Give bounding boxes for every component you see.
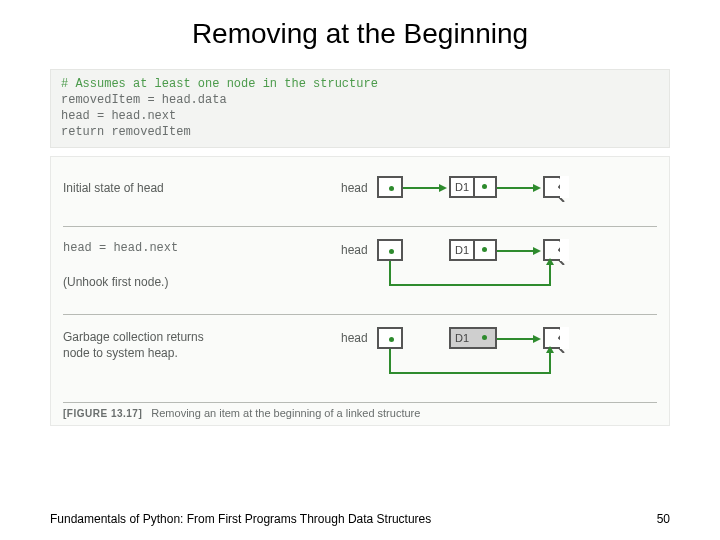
svg-marker-3: [533, 184, 541, 192]
row3-node-d1: D1: [449, 327, 497, 349]
arrow-icon: [497, 338, 541, 344]
figure-caption: [FIGURE 13.17] Removing an item at the b…: [63, 407, 657, 419]
page-title: Removing at the Beginning: [0, 18, 720, 50]
diagram-row-1: Initial state of head head D1: [63, 167, 657, 227]
node-label: D1: [451, 329, 475, 347]
svg-marker-8: [533, 335, 541, 343]
code-comment: # Assumes at least one node in the struc…: [61, 76, 659, 92]
row1-torn-node: [543, 176, 569, 198]
row2-node-d1: D1: [449, 239, 497, 261]
arrow-icon: [497, 187, 541, 193]
row3-head-box: [377, 327, 403, 349]
node-pointer: [473, 241, 495, 259]
node-label: D1: [451, 178, 475, 196]
row2-code: head = head.next: [63, 241, 178, 255]
diagram: Initial state of head head D1 head = hea…: [50, 156, 670, 426]
arrow-path-icon: [390, 349, 570, 389]
code-line-2: head = head.next: [61, 108, 659, 124]
row3-desc: Garbage collection returns node to syste…: [63, 329, 233, 361]
code-block: # Assumes at least one node in the struc…: [50, 69, 670, 148]
figure-caption-text: Removing an item at the beginning of a l…: [151, 407, 420, 419]
row2-torn-node: [543, 239, 569, 261]
arrow-icon: [497, 250, 541, 256]
footer: Fundamentals of Python: From First Progr…: [50, 512, 670, 526]
footer-book-title: Fundamentals of Python: From First Progr…: [50, 512, 431, 526]
row1-head-label: head: [341, 181, 368, 195]
row2-head-label: head: [341, 243, 368, 257]
arrow-icon: [403, 187, 447, 193]
code-line-3: return removedItem: [61, 124, 659, 140]
row2-head-box: [377, 239, 403, 261]
footer-page-number: 50: [657, 512, 670, 526]
row3-head-label: head: [341, 331, 368, 345]
node-pointer: [473, 178, 495, 196]
node-pointer: [473, 329, 495, 347]
row1-head-box: [377, 176, 403, 198]
diagram-row-2: head = head.next (Unhook first node.) he…: [63, 227, 657, 315]
arrow-path-icon: [390, 261, 570, 301]
row1-node-d1: D1: [449, 176, 497, 198]
code-line-1: removedItem = head.data: [61, 92, 659, 108]
row3-torn-node: [543, 327, 569, 349]
node-label: D1: [451, 241, 475, 259]
row2-note: (Unhook first node.): [63, 275, 168, 289]
row1-desc: Initial state of head: [63, 181, 164, 195]
diagram-row-3: Garbage collection returns node to syste…: [63, 315, 657, 403]
svg-marker-1: [439, 184, 447, 192]
figure-number: [FIGURE 13.17]: [63, 408, 142, 419]
svg-marker-5: [533, 247, 541, 255]
